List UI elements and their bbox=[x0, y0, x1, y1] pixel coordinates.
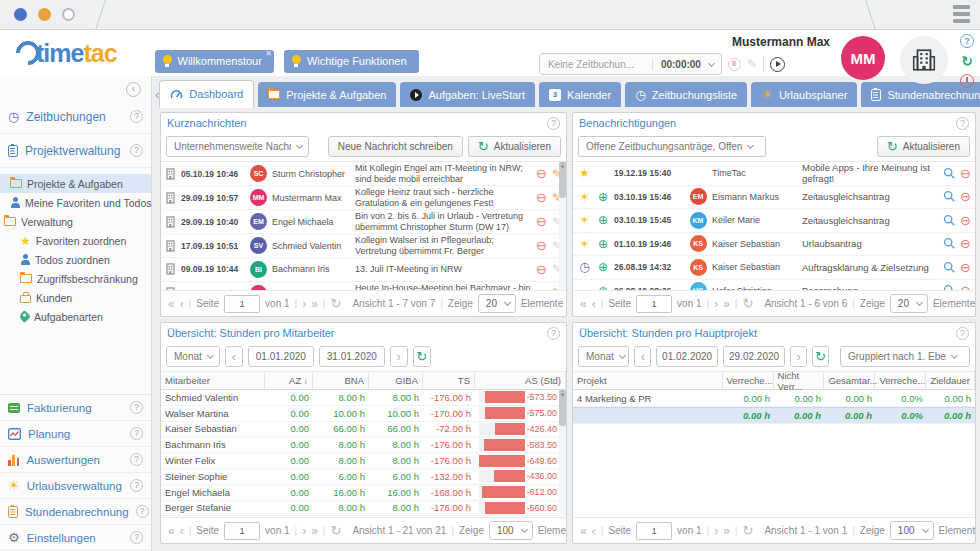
window-minimize-button[interactable] bbox=[38, 8, 51, 21]
notification-row[interactable]: ◷ ⊕ 26.08.19 14:32 KS Kaiser Sebastian A… bbox=[573, 256, 975, 280]
refresh-icon[interactable]: ↻ bbox=[812, 346, 829, 367]
page-size-select[interactable]: 20 bbox=[890, 294, 928, 313]
help-icon[interactable]: ? bbox=[956, 327, 969, 340]
refresh-notifications-button[interactable]: ↻ Aktualisieren bbox=[877, 136, 970, 157]
refresh-icon[interactable]: ↻ bbox=[960, 54, 974, 68]
column-header[interactable]: GIBA bbox=[369, 372, 423, 389]
sidebar-item-favoriten-zuordnen[interactable]: ★ Favoriten zuordnen bbox=[0, 231, 151, 250]
sidebar-section-projektverwaltung[interactable]: Projektverwaltung ? bbox=[0, 134, 151, 168]
sidebar-collapse-button[interactable]: ‹ bbox=[126, 82, 141, 97]
tab-urlaubsplaner[interactable]: ☀ Urlaubsplaner bbox=[751, 82, 857, 107]
refresh-icon[interactable]: ↻ bbox=[330, 296, 341, 311]
dismiss-notification-icon[interactable]: ⊖ bbox=[960, 189, 971, 204]
period-select[interactable]: Monat bbox=[578, 346, 629, 367]
table-row[interactable]: Engel Michaela 0.00 16.00 h 16.00 h -168… bbox=[161, 485, 566, 501]
sidebar-item-zugriffsbeschraenkung[interactable]: Zugriffsbeschränkung bbox=[0, 269, 151, 288]
scrollbar[interactable]: ▲▼ bbox=[559, 390, 566, 517]
column-header[interactable]: Gesamtar... bbox=[824, 372, 875, 389]
tab-kalender[interactable]: 3 Kalender bbox=[539, 82, 621, 107]
delete-message-icon[interactable]: ⊖ bbox=[536, 190, 547, 205]
message-row[interactable]: 09.09.19 10:44 BI Bachmann Iris 13. Juli… bbox=[161, 258, 566, 282]
task-select[interactable]: Keine Zeitbuchun... bbox=[540, 59, 652, 70]
prev-page-button[interactable]: ‹ bbox=[592, 297, 596, 311]
help-icon[interactable]: ? bbox=[956, 117, 969, 130]
table-row[interactable]: Berger Stefanie 0.00 8.00 h 8.00 h -176.… bbox=[161, 501, 566, 517]
sidebar-section-urlaubsverwaltung[interactable]: ☀ Urlaubsverwaltung ? bbox=[0, 473, 151, 499]
tab-dashboard[interactable]: Dashboard bbox=[159, 80, 254, 108]
column-header[interactable]: Nicht Verr... bbox=[774, 372, 825, 389]
magnifier-icon[interactable] bbox=[943, 237, 956, 250]
logout-power-icon[interactable] bbox=[960, 74, 974, 88]
page-number-input[interactable] bbox=[224, 295, 260, 313]
table-row[interactable]: Bachmann Iris 0.00 8.00 h 8.00 h -176.00… bbox=[161, 437, 566, 453]
sidebar-item-verwaltung[interactable]: Verwaltung bbox=[0, 212, 151, 231]
user-avatar[interactable]: MM bbox=[841, 36, 885, 80]
sidebar-section-zeitbuchungen[interactable]: ◷ Zeitbuchungen ? bbox=[0, 100, 151, 134]
message-row[interactable]: 29.09.19 10:40 EM Engel Michaela Bin von… bbox=[161, 210, 566, 234]
sidebar-section-einstellungen[interactable]: ⚙ Einstellungen ? bbox=[0, 525, 151, 551]
sidebar-item-kunden[interactable]: Kunden bbox=[0, 288, 151, 307]
sidebar-item-aufgabenarten[interactable]: Aufgabenarten bbox=[0, 307, 151, 326]
help-icon[interactable]: ? bbox=[547, 117, 560, 130]
delete-message-icon[interactable]: ⊖ bbox=[536, 286, 547, 291]
window-maximize-button[interactable] bbox=[62, 8, 75, 21]
dismiss-notification-icon[interactable]: ⊖ bbox=[960, 213, 971, 228]
sidebar-section-planung[interactable]: Planung ? bbox=[0, 421, 151, 447]
page-number-input[interactable] bbox=[224, 522, 260, 540]
column-header[interactable]: Mitarbeiter bbox=[161, 372, 265, 389]
help-icon[interactable]: ? bbox=[130, 144, 143, 157]
message-filter-select[interactable]: Unternehmensweite Nachrichten, N bbox=[166, 136, 309, 157]
next-page-button[interactable]: › bbox=[302, 297, 306, 311]
first-page-button[interactable]: « bbox=[168, 297, 175, 311]
tab-aufgaben-livestart[interactable]: Aufgaben: LiveStart bbox=[400, 82, 535, 107]
page-number-input[interactable] bbox=[636, 295, 672, 313]
first-page-button[interactable]: « bbox=[580, 524, 587, 538]
prev-page-button[interactable]: ‹ bbox=[592, 524, 596, 538]
message-row[interactable]: 17.09.19 10:51 SV Schmied Valentin Kolle… bbox=[161, 234, 566, 258]
notification-filter-select[interactable]: Offene Zeitbuchungsanträge, Offen bbox=[578, 136, 766, 157]
table-row[interactable]: Walser Martina 0.00 10.00 h 10.00 h -170… bbox=[161, 406, 566, 422]
first-page-button[interactable]: « bbox=[168, 524, 175, 538]
refresh-icon[interactable]: ↻ bbox=[742, 523, 753, 538]
start-recording-button[interactable] bbox=[770, 57, 785, 72]
sidebar-section-fakturierung[interactable]: Fakturierung ? bbox=[0, 395, 151, 421]
help-icon[interactable]: ? bbox=[136, 505, 149, 518]
column-header[interactable]: Verreche... bbox=[723, 372, 774, 389]
notification-row[interactable]: ★ ⊕ 19.12.19 15:40 TimeTac Mobile Apps -… bbox=[573, 162, 975, 186]
delete-message-icon[interactable]: ⊖ bbox=[536, 238, 547, 253]
table-row[interactable]: Winter Felix 0.00 8.00 h 8.00 h -176.00 … bbox=[161, 453, 566, 469]
next-period-button[interactable]: › bbox=[390, 346, 408, 367]
refresh-messages-button[interactable]: ↻ Aktualisieren bbox=[468, 136, 561, 157]
message-row[interactable]: 05.10.19 10:46 SC Sturm Christopher Mit … bbox=[161, 162, 566, 186]
delete-message-icon[interactable]: ⊖ bbox=[536, 262, 547, 277]
next-period-button[interactable]: › bbox=[790, 346, 807, 367]
column-header[interactable]: BNA bbox=[313, 372, 369, 389]
next-page-button[interactable]: › bbox=[714, 524, 718, 538]
magnifier-icon[interactable] bbox=[943, 167, 956, 180]
scrollbar[interactable]: ▲▼ bbox=[559, 162, 566, 290]
first-page-button[interactable]: « bbox=[580, 297, 587, 311]
new-message-button[interactable]: Neue Nachricht schreiben bbox=[328, 136, 463, 157]
page-size-select[interactable]: 20 bbox=[478, 294, 516, 313]
help-icon[interactable]: ? bbox=[130, 479, 143, 492]
refresh-icon[interactable]: ↻ bbox=[330, 523, 341, 538]
dismiss-notification-icon[interactable]: ⊖ bbox=[960, 283, 971, 290]
help-icon[interactable]: ? bbox=[130, 453, 143, 466]
column-header[interactable]: AS (Std) bbox=[475, 372, 566, 389]
close-icon[interactable]: ✕ bbox=[265, 49, 272, 58]
magnifier-icon[interactable] bbox=[943, 214, 956, 227]
prev-period-button[interactable]: ‹ bbox=[634, 346, 651, 367]
table-row[interactable]: Schmied Valentin 0.00 8.00 h 8.00 h -176… bbox=[161, 390, 566, 406]
welcome-tour-button[interactable]: Willkommenstour ✕ bbox=[155, 50, 274, 73]
message-row[interactable]: 29.09.19 10:57 MM Mustermann Max Kollege… bbox=[161, 186, 566, 210]
last-page-button[interactable]: » bbox=[311, 524, 318, 538]
table-row[interactable]: 4 Marketing & PR 0.00 h 0.00 h 0.00 h 0.… bbox=[573, 390, 975, 407]
help-icon[interactable]: ? bbox=[547, 327, 560, 340]
column-header[interactable]: TS bbox=[423, 372, 475, 389]
page-number-input[interactable] bbox=[636, 522, 672, 540]
column-header[interactable]: Zieldauer bbox=[926, 372, 975, 389]
group-by-select[interactable]: Gruppiert nach 1. Ebe bbox=[840, 346, 970, 367]
notification-row[interactable]: ☀ ⊕ 01.10.19 19:46 KS Kaiser Sebastian U… bbox=[573, 233, 975, 257]
last-page-button[interactable]: » bbox=[311, 297, 318, 311]
sidebar-section-stundenabrechnung[interactable]: Stundenabrechnung ? bbox=[0, 499, 151, 525]
